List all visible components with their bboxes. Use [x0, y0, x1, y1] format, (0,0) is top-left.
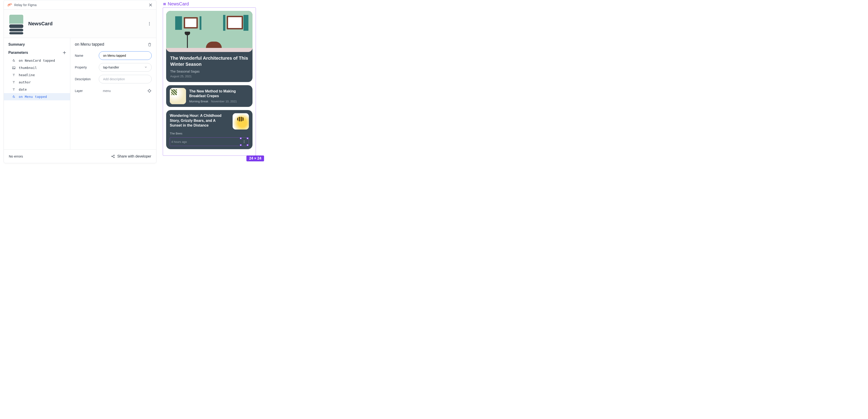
close-icon[interactable]	[149, 3, 153, 7]
param-thumbnail[interactable]: thumbnail	[4, 64, 70, 71]
component-header: NewsCard	[4, 10, 156, 38]
plugin-title: Relay for Figma	[14, 3, 37, 7]
svg-point-13	[244, 140, 245, 141]
add-parameter-icon[interactable]	[62, 51, 66, 55]
property-selected-value: tap-handler	[103, 66, 119, 69]
param-label: thumbnail	[19, 66, 37, 70]
svg-point-5	[148, 90, 151, 92]
delete-icon[interactable]	[148, 42, 152, 46]
param-label: on Menu tapped	[19, 95, 47, 99]
panel-body: Summary Parameters on NewsCard tapped th…	[4, 38, 156, 150]
svg-point-0	[149, 22, 150, 23]
card-title: The Wonderful Architectures of This Wint…	[170, 55, 248, 67]
card-date: November 10, 2021	[211, 100, 237, 103]
svg-point-2	[149, 25, 150, 25]
text-icon	[12, 73, 16, 77]
text-icon	[12, 80, 16, 84]
news-card-hero[interactable]: The Wonderful Architectures of This Wint…	[166, 11, 252, 82]
share-icon	[111, 154, 115, 158]
selected-layer-outline: 4 hours ago	[170, 137, 249, 146]
card-date: August 25, 2021	[170, 74, 248, 78]
component-frame[interactable]: The Wonderful Architectures of This Wint…	[163, 7, 256, 156]
news-card-audio[interactable]: Wondering Hour: A Childhood Story, Grizz…	[166, 110, 252, 149]
panel-header: Relay for Figma	[4, 0, 156, 10]
card-author: Morning Break	[189, 100, 209, 103]
card-author: The Seasonal Sagas	[170, 70, 248, 73]
name-input-field[interactable]	[103, 54, 147, 57]
param-label: headline	[19, 73, 35, 77]
svg-rect-3	[12, 67, 15, 69]
status-text: No errors	[9, 154, 23, 158]
svg-rect-12	[164, 4, 166, 5]
param-label: on NewsCard tapped	[19, 59, 55, 62]
selection-size-badge: 24 × 24	[246, 156, 264, 161]
image-icon	[12, 66, 16, 70]
component-thumbnail	[8, 14, 24, 34]
more-vertical-icon	[242, 140, 246, 143]
layer-value: menu	[99, 87, 147, 95]
param-label: author	[19, 80, 31, 84]
svg-point-1	[149, 24, 150, 24]
description-input-field[interactable]	[103, 77, 147, 81]
param-date[interactable]: date	[4, 86, 70, 93]
card-title: Wondering Hour: A Childhood Story, Grizz…	[170, 113, 229, 129]
component-diamond-icon	[163, 2, 166, 6]
parameters-heading: Parameters	[8, 51, 28, 55]
param-on-newscard-tapped[interactable]: on NewsCard tapped	[4, 57, 70, 64]
svg-rect-10	[164, 3, 166, 4]
card-hero-image	[166, 11, 252, 52]
card-author: The Bees	[170, 132, 249, 135]
card-date: 4 hours ago	[171, 140, 187, 143]
share-label: Share with developer	[117, 154, 151, 158]
param-on-menu-tapped[interactable]: on Menu tapped	[4, 93, 70, 100]
description-label: Description	[75, 77, 95, 81]
chevron-down-icon	[144, 66, 147, 69]
news-card-small[interactable]: The New Method to Making Breakfast Crepe…	[166, 85, 252, 107]
card-image	[170, 88, 186, 104]
svg-point-14	[244, 141, 245, 142]
component-name: NewsCard	[28, 21, 53, 27]
card-title: The New Method to Making Breakfast Crepe…	[189, 89, 249, 99]
tap-icon	[12, 95, 16, 99]
text-icon	[12, 88, 16, 91]
param-author[interactable]: author	[4, 79, 70, 86]
tap-icon	[12, 59, 16, 62]
svg-rect-11	[163, 4, 165, 5]
target-layer-icon[interactable]	[147, 89, 152, 93]
relay-logo-icon	[7, 3, 12, 6]
svg-point-15	[244, 142, 245, 143]
panel-footer: No errors Share with developer	[4, 150, 156, 163]
summary-sidebar: Summary Parameters on NewsCard tapped th…	[4, 38, 70, 150]
component-frame-name: NewsCard	[168, 1, 189, 6]
card-image	[232, 113, 249, 129]
property-select[interactable]: tap-handler	[99, 63, 152, 72]
name-label: Name	[75, 54, 95, 57]
component-frame-label[interactable]: NewsCard	[163, 1, 256, 6]
layer-label: Layer	[75, 89, 95, 93]
parameter-list: on NewsCard tapped thumbnail headline au…	[4, 56, 70, 100]
param-label: date	[19, 88, 27, 91]
share-with-developer-button[interactable]: Share with developer	[111, 154, 151, 158]
svg-rect-9	[163, 3, 165, 4]
description-input[interactable]	[99, 75, 152, 84]
property-label: Property	[75, 66, 95, 69]
name-input[interactable]	[99, 51, 152, 60]
more-menu-icon[interactable]	[147, 22, 152, 26]
detail-title: on Menu tapped	[75, 42, 104, 47]
svg-point-4	[13, 67, 13, 68]
summary-heading: Summary	[4, 42, 70, 50]
figma-canvas-preview: NewsCard The Wonderful Architectures of …	[163, 1, 256, 156]
menu-icon-selected-layer[interactable]	[241, 138, 247, 145]
param-headline[interactable]: headline	[4, 71, 70, 79]
parameter-detail-pane: on Menu tapped Name Property tap-handler	[70, 38, 156, 150]
relay-panel: Relay for Figma NewsCard Summary Paramet…	[4, 0, 156, 163]
